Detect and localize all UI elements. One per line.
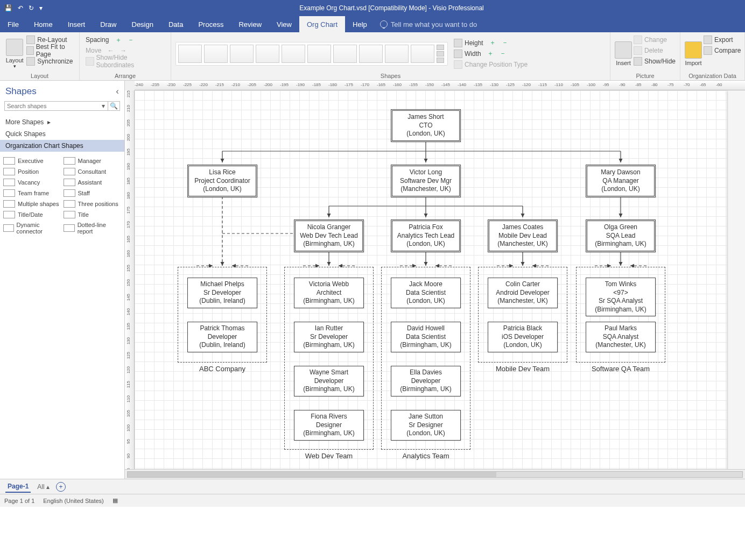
node-mary[interactable]: Mary DawsonQA Manager(London, UK) <box>586 165 656 197</box>
pos-ella[interactable]: Ella DaviesDeveloper(Birmingham, UK) <box>391 366 461 396</box>
redo-icon[interactable]: ↻ <box>29 4 34 12</box>
node-patricia[interactable]: Patricia FoxAnalytics Tech Lead(London, … <box>391 219 461 252</box>
sync-button[interactable]: Synchronize <box>25 56 75 67</box>
pos-michael[interactable]: Michael PhelpsSr Developer(Dublin, Irela… <box>187 278 257 308</box>
stencil-item[interactable]: Executive <box>3 157 61 165</box>
collapse-icon[interactable]: ‹ <box>116 86 119 97</box>
tab-file[interactable]: File <box>0 16 26 32</box>
stencil-item[interactable]: Multiple shapes <box>3 200 61 208</box>
search-input[interactable] <box>5 102 99 110</box>
org-chart-shapes[interactable]: Organization Chart Shapes <box>0 140 124 152</box>
gallery-item[interactable] <box>282 45 305 63</box>
gallery-item[interactable] <box>307 45 331 63</box>
gallery-more-icon[interactable] <box>437 58 444 63</box>
spacing-button[interactable]: Spacing ＋ － <box>84 34 166 45</box>
search-icon[interactable]: 🔍 <box>108 102 120 110</box>
quick-shapes[interactable]: Quick Shapes <box>0 128 124 140</box>
shape-gallery[interactable] <box>175 42 448 66</box>
tell-me[interactable]: Tell me what you want to do <box>380 16 477 32</box>
pos-david[interactable]: David HowellData Scientist(Birmingham, U… <box>391 322 461 352</box>
import-button[interactable]: Import <box>685 34 702 73</box>
label-abc: ABC Company <box>178 365 267 373</box>
gallery-item[interactable] <box>178 45 202 63</box>
node-olga[interactable]: Olga GreenSQA Lead(Birmingham, UK) <box>586 219 656 252</box>
node-cto[interactable]: James ShortCTO(London, UK) <box>391 109 461 142</box>
pos-patrick[interactable]: Patrick ThomasDeveloper(Dublin, Ireland) <box>187 322 257 352</box>
change-pic-button[interactable]: Change <box>632 34 677 45</box>
pos-jane[interactable]: Jane SuttonSr Designer(London, UK) <box>391 410 461 441</box>
layout-button[interactable]: Layout▾ <box>4 34 25 73</box>
save-icon[interactable]: 💾 <box>4 4 12 12</box>
pos-jack[interactable]: Jack MooreData Scientist(London, UK) <box>391 278 461 308</box>
gallery-item[interactable] <box>411 45 434 63</box>
undo-icon[interactable]: ↶ <box>18 4 23 12</box>
node-victor[interactable]: Victor LongSoftware Dev Mgr(Manchester, … <box>391 165 461 197</box>
stencil-item[interactable]: Manager <box>64 157 122 165</box>
macro-icon[interactable]: ▦ <box>113 497 118 504</box>
gallery-item[interactable] <box>256 45 279 63</box>
node-nicola[interactable]: Nicola GrangerWeb Dev Tech Lead(Birmingh… <box>294 219 364 252</box>
drawing-page[interactable]: James ShortCTO(London, UK) Lisa RiceProj… <box>135 90 727 469</box>
tab-data[interactable]: Data <box>161 16 191 32</box>
canvas[interactable]: James ShortCTO(London, UK) Lisa RiceProj… <box>135 90 745 469</box>
stencil-item[interactable]: Position <box>3 168 61 175</box>
stencil-item[interactable]: Team frame <box>3 189 61 197</box>
showhide-sub-button[interactable]: Show/Hide Subordinates <box>84 56 166 67</box>
tab-design[interactable]: Design <box>124 16 161 32</box>
stencil-item[interactable]: Assistant <box>64 179 122 186</box>
gallery-up-icon[interactable] <box>437 45 444 50</box>
width-button[interactable]: Width ＋ － <box>452 48 529 59</box>
pos-colin[interactable]: Colin CarterAndroid Developer(Manchester… <box>488 278 558 308</box>
stencil-item[interactable]: Three positions <box>64 200 122 208</box>
tab-home[interactable]: Home <box>26 16 60 32</box>
gallery-down-icon[interactable] <box>437 51 444 56</box>
pos-ian[interactable]: Ian RutterSr Developer(Birmingham, UK) <box>294 322 364 352</box>
gallery-item[interactable] <box>359 45 383 63</box>
label-qa: Software QA Team <box>576 365 665 373</box>
stencil-item[interactable]: Vacancy <box>3 179 61 186</box>
gallery-item[interactable] <box>385 45 409 63</box>
height-button[interactable]: Height ＋ － <box>452 38 529 48</box>
pos-victoria[interactable]: Victoria WebbArchitect(Birmingham, UK) <box>294 278 364 308</box>
tab-view[interactable]: View <box>269 16 299 32</box>
pos-patricia-b[interactable]: Patricia BlackiOS Developer(London, UK) <box>488 322 558 352</box>
export-button[interactable]: Export <box>702 34 742 45</box>
search-dropdown-icon[interactable]: ▾ <box>99 102 108 110</box>
stencil-item[interactable]: Title/Date <box>3 211 61 218</box>
more-shapes[interactable]: More Shapes ▸ <box>0 116 124 128</box>
page-tabs: Page-1 All ▴ + <box>0 479 745 494</box>
insert-pic-button[interactable]: Insert <box>615 34 632 73</box>
stencil-item[interactable]: Consultant <box>64 168 122 175</box>
bestfit-button[interactable]: Best Fit to Page <box>25 45 75 56</box>
pos-wayne[interactable]: Wayne SmartDeveloper(Birmingham, UK) <box>294 366 364 396</box>
stencil-item[interactable]: Title <box>64 211 122 218</box>
pos-tom[interactable]: Tom Winks<97>Sr SQA Analyst(Birmingham, … <box>586 278 656 316</box>
shapes-panel: Shapes‹ ▾ 🔍 More Shapes ▸ Quick Shapes O… <box>0 81 125 479</box>
stencil-item[interactable]: Dynamic connector <box>3 222 61 235</box>
tab-help[interactable]: Help <box>345 16 375 32</box>
delete-pic-button[interactable]: Delete <box>632 45 677 56</box>
gallery-item[interactable] <box>333 45 357 63</box>
gallery-item[interactable] <box>230 45 254 63</box>
showhide-pic-button[interactable]: Show/Hide <box>632 56 677 67</box>
stencil-item[interactable]: Dotted-line report <box>64 222 122 235</box>
change-pos-button[interactable]: Change Position Type <box>452 59 529 70</box>
stencil-item[interactable]: Staff <box>64 189 122 197</box>
pos-paul[interactable]: Paul MarksSQA Analyst(Manchester, UK) <box>586 322 656 352</box>
page-tab-1[interactable]: Page-1 <box>5 481 31 493</box>
tab-insert[interactable]: Insert <box>60 16 93 32</box>
compare-button[interactable]: Compare <box>702 45 742 56</box>
all-pages[interactable]: All ▴ <box>37 483 50 491</box>
node-lisa[interactable]: Lisa RiceProject Coordinator(London, UK) <box>187 165 257 197</box>
tab-review[interactable]: Review <box>231 16 269 32</box>
ribbon-tabs: File Home Insert Draw Design Data Proces… <box>0 16 745 32</box>
tab-process[interactable]: Process <box>191 16 231 32</box>
add-page-icon[interactable]: + <box>56 482 66 492</box>
node-james-c[interactable]: James CoatesMobile Dev Lead(Manchester, … <box>488 219 558 252</box>
pos-fiona[interactable]: Fiona RiversDesigner(Birmingham, UK) <box>294 410 364 441</box>
search-shapes[interactable]: ▾ 🔍 <box>4 101 120 111</box>
gallery-item[interactable] <box>204 45 228 63</box>
tab-draw[interactable]: Draw <box>93 16 124 32</box>
h-scrollbar[interactable] <box>125 469 745 479</box>
tab-orgchart[interactable]: Org Chart <box>299 16 345 32</box>
